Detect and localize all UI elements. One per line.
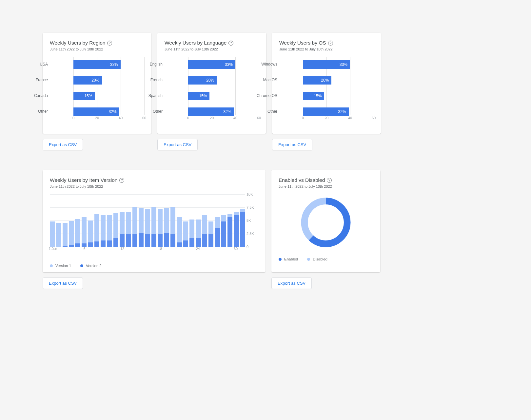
legend-enabled-label: Enabled: [284, 257, 298, 261]
bar: 15%: [303, 92, 324, 100]
stacked-bar: [170, 207, 175, 247]
card-enabled: Enabled vs Disabled ? June 11th 2022 to …: [271, 170, 380, 272]
stacked-bar: [50, 221, 55, 247]
export-region-button[interactable]: Export as CSV: [43, 139, 83, 150]
card-language-title: Weekly Users by Language: [165, 40, 226, 46]
stacked-bar: [183, 221, 188, 247]
swatch-version2: [80, 264, 83, 267]
enabled-legend: Enabled Disabled: [279, 257, 373, 261]
legend-version2: Version 2: [80, 264, 102, 268]
legend-enabled: Enabled: [279, 257, 298, 261]
stacked-bar: [88, 220, 93, 247]
card-region-title: Weekly Users by Region: [50, 40, 105, 46]
card-language-sub: June 11th 2022 to July 10th 2022: [165, 47, 259, 51]
top-row: Weekly Users by Region ? June 11th 2022 …: [43, 33, 488, 150]
bar-label: Other: [26, 109, 48, 114]
stacked-bar: [63, 223, 68, 247]
stacked-bar: [94, 214, 99, 247]
card-os: Weekly Users by OS ? June 11th 2022 to J…: [272, 33, 381, 134]
bar-label: Other: [256, 109, 277, 114]
stacked-bar: [82, 217, 87, 247]
os-column: Weekly Users by OS ? June 11th 2022 to J…: [272, 33, 381, 150]
export-os-button[interactable]: Export as CSV: [272, 139, 312, 150]
stacked-bar: [151, 207, 156, 247]
bar: 32%: [303, 107, 349, 116]
bar: 20%: [73, 76, 102, 85]
bar-label: French: [141, 78, 163, 82]
export-language-button[interactable]: Export as CSV: [157, 139, 198, 150]
region-column: Weekly Users by Region ? June 11th 2022 …: [43, 33, 151, 150]
card-language: Weekly Users by Language ? June 11th 202…: [157, 33, 266, 134]
help-icon[interactable]: ?: [119, 178, 124, 183]
stacked-bar: [158, 209, 163, 247]
bar: 15%: [188, 92, 209, 100]
stacked-bar: [69, 221, 74, 247]
stacked-bar: [202, 215, 207, 247]
stacked-bar: [145, 209, 150, 247]
stacked-bar: [120, 212, 125, 247]
language-column: Weekly Users by Language ? June 11th 202…: [157, 33, 266, 150]
stacked-bar: [101, 215, 106, 247]
stacked-bar: [221, 215, 226, 247]
legend-disabled-label: Disabled: [313, 257, 327, 261]
stacked-bar: [139, 208, 144, 247]
card-enabled-title: Enabled vs Disabled: [279, 177, 325, 183]
stacked-bar: [215, 217, 220, 247]
help-icon[interactable]: ?: [328, 41, 333, 46]
legend-disabled: Disabled: [307, 257, 327, 261]
help-icon[interactable]: ?: [107, 41, 112, 46]
bar: 20%: [303, 76, 331, 85]
stacked-bar: [177, 217, 182, 247]
bar-label: Canada: [26, 93, 48, 98]
version-legend: Version 1 Version 2: [50, 264, 258, 268]
card-enabled-sub: June 11th 2022 to July 10th 2022: [279, 184, 373, 188]
language-chart: 0204060English33%French20%Spanish15%Othe…: [165, 57, 259, 123]
bar: 33%: [188, 60, 235, 69]
donut-chart: [279, 194, 373, 251]
swatch-enabled: [279, 258, 282, 261]
stacked-bar: [234, 212, 239, 247]
card-version-title: Weekly Users by Item Version: [50, 177, 117, 183]
bar-label: English: [141, 62, 163, 67]
os-chart: 0204060Windows33%Mac OS20%Chrome OS15%Ot…: [279, 57, 374, 123]
bar: 33%: [303, 60, 350, 69]
card-os-title: Weekly Users by OS: [279, 40, 326, 46]
bar: 33%: [73, 60, 121, 69]
card-version-sub: June 11th 2022 to July 10th 2022: [50, 184, 258, 188]
stacked-bar: [189, 220, 194, 247]
card-language-header: Weekly Users by Language ?: [165, 40, 259, 46]
help-icon[interactable]: ?: [327, 178, 332, 183]
enabled-column: Enabled vs Disabled ? June 11th 2022 to …: [271, 170, 380, 289]
bar-label: USA: [26, 62, 48, 67]
stacked-bar: [56, 223, 61, 247]
help-icon[interactable]: ?: [228, 41, 233, 46]
region-chart: 0204060USA33%France20%Canada15%Other32%: [50, 57, 144, 123]
bar: 15%: [73, 92, 95, 100]
stacked-bar: [126, 212, 131, 247]
stacked-bar: [208, 221, 213, 247]
card-enabled-header: Enabled vs Disabled ?: [279, 177, 373, 183]
export-enabled-button[interactable]: Export as CSV: [271, 277, 312, 289]
bar-label: Windows: [256, 62, 277, 67]
legend-version1-label: Version 1: [55, 264, 71, 268]
version-column: Weekly Users by Item Version ? June 11th…: [43, 170, 266, 289]
stacked-bar: [196, 220, 201, 247]
card-region-sub: June 11th 2022 to July 10th 2022: [50, 47, 144, 51]
bar-label: Spanish: [141, 93, 163, 98]
stacked-bar: [164, 208, 169, 247]
swatch-disabled: [307, 258, 310, 261]
bar: 32%: [188, 107, 234, 116]
stacked-bar: [227, 214, 232, 247]
bar-label: Chrome OS: [256, 93, 277, 98]
swatch-version1: [50, 264, 53, 267]
legend-version1: Version 1: [50, 264, 71, 268]
donut-svg: [298, 194, 354, 251]
stacked-bar: [75, 219, 80, 247]
stacked-bar: [107, 215, 112, 247]
bar: 32%: [73, 107, 119, 116]
card-os-sub: June 11th 2022 to July 10th 2022: [279, 47, 374, 51]
export-version-button[interactable]: Export as CSV: [43, 277, 83, 289]
bar-label: Mac OS: [256, 78, 277, 82]
version-x-axis: 1 Jun612182430: [50, 247, 245, 253]
bar: 20%: [188, 76, 217, 85]
